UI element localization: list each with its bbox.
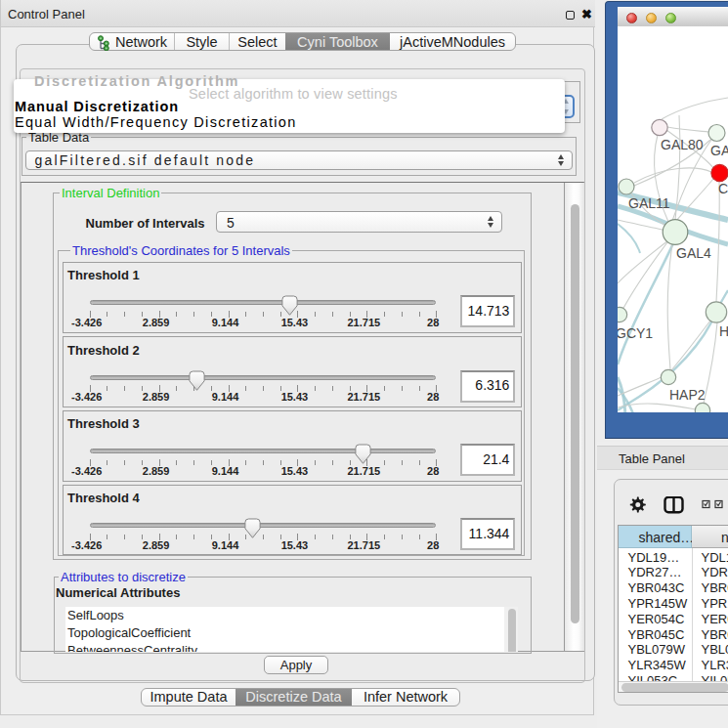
svg-text:CY: CY (718, 181, 728, 196)
svg-text:H: H (719, 323, 728, 339)
svg-text:GAL80: GAL80 (661, 137, 704, 152)
svg-text:GAL4: GAL4 (676, 245, 711, 261)
svg-text:GA: GA (710, 143, 728, 158)
svg-text:HAP2: HAP2 (669, 387, 706, 403)
svg-text:GAL11: GAL11 (628, 195, 670, 211)
svg-text:GCY1: GCY1 (618, 325, 653, 341)
